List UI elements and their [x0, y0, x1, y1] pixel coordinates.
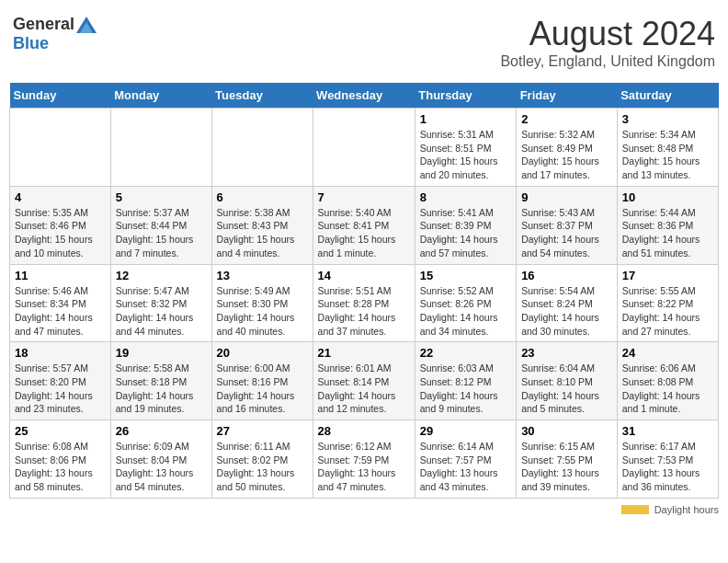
calendar-cell: 19Sunrise: 5:58 AM Sunset: 8:18 PM Dayli… — [110, 342, 211, 420]
calendar-cell: 13Sunrise: 5:49 AM Sunset: 8:30 PM Dayli… — [211, 264, 313, 342]
logo-general-text: General — [13, 15, 74, 34]
day-number: 10 — [622, 190, 713, 204]
calendar-cell: 6Sunrise: 5:38 AM Sunset: 8:43 PM Daylig… — [211, 186, 313, 264]
calendar-cell: 21Sunrise: 6:01 AM Sunset: 8:14 PM Dayli… — [313, 342, 415, 420]
calendar-cell: 5Sunrise: 5:37 AM Sunset: 8:44 PM Daylig… — [110, 186, 211, 264]
weekday-header-monday: Monday — [110, 83, 211, 109]
legend-bar — [621, 505, 649, 514]
weekday-header-friday: Friday — [517, 83, 618, 109]
day-info: Sunrise: 6:12 AM Sunset: 7:59 PM Dayligh… — [318, 440, 410, 494]
day-info: Sunrise: 5:54 AM Sunset: 8:24 PM Dayligh… — [521, 284, 612, 339]
calendar-table: SundayMondayTuesdayWednesdayThursdayFrid… — [9, 83, 719, 499]
calendar-cell: 2Sunrise: 5:32 AM Sunset: 8:49 PM Daylig… — [517, 109, 618, 187]
week-row-1: 1Sunrise: 5:31 AM Sunset: 8:51 PM Daylig… — [10, 109, 719, 187]
calendar-subtitle: Botley, England, United Kingdom — [500, 53, 715, 70]
week-row-5: 25Sunrise: 6:08 AM Sunset: 8:06 PM Dayli… — [10, 420, 719, 499]
day-number: 2 — [521, 112, 612, 126]
day-number: 15 — [420, 269, 511, 282]
week-row-2: 4Sunrise: 5:35 AM Sunset: 8:46 PM Daylig… — [10, 186, 719, 264]
day-info: Sunrise: 6:06 AM Sunset: 8:08 PM Dayligh… — [622, 362, 713, 416]
day-info: Sunrise: 5:41 AM Sunset: 8:39 PM Dayligh… — [420, 206, 511, 260]
day-number: 18 — [15, 346, 106, 360]
daylight-label: Daylight hours — [654, 504, 719, 515]
day-number: 25 — [15, 424, 106, 438]
calendar-cell: 11Sunrise: 5:46 AM Sunset: 8:34 PM Dayli… — [10, 264, 111, 342]
day-number: 16 — [521, 269, 612, 282]
calendar-cell: 7Sunrise: 5:40 AM Sunset: 8:41 PM Daylig… — [313, 186, 415, 264]
calendar-cell: 26Sunrise: 6:09 AM Sunset: 8:04 PM Dayli… — [110, 420, 211, 499]
day-number: 30 — [521, 424, 612, 438]
weekday-header-sunday: Sunday — [10, 83, 111, 109]
day-info: Sunrise: 6:17 AM Sunset: 7:53 PM Dayligh… — [622, 440, 713, 494]
weekday-header-thursday: Thursday — [415, 83, 516, 109]
calendar-cell: 24Sunrise: 6:06 AM Sunset: 8:08 PM Dayli… — [617, 342, 718, 420]
day-number: 17 — [622, 269, 713, 282]
day-info: Sunrise: 6:04 AM Sunset: 8:10 PM Dayligh… — [521, 362, 612, 416]
day-number: 7 — [318, 190, 410, 204]
day-number: 13 — [217, 269, 308, 282]
day-info: Sunrise: 5:32 AM Sunset: 8:49 PM Dayligh… — [521, 128, 612, 182]
day-number: 19 — [116, 346, 207, 360]
calendar-cell: 14Sunrise: 5:51 AM Sunset: 8:28 PM Dayli… — [313, 264, 415, 342]
day-info: Sunrise: 5:44 AM Sunset: 8:36 PM Dayligh… — [622, 206, 713, 260]
calendar-cell: 10Sunrise: 5:44 AM Sunset: 8:36 PM Dayli… — [617, 186, 718, 264]
calendar-cell: 12Sunrise: 5:47 AM Sunset: 8:32 PM Dayli… — [110, 264, 211, 342]
day-info: Sunrise: 5:38 AM Sunset: 8:43 PM Dayligh… — [217, 206, 308, 260]
day-number: 4 — [15, 190, 106, 204]
day-number: 3 — [622, 112, 713, 126]
calendar-cell: 3Sunrise: 5:34 AM Sunset: 8:48 PM Daylig… — [617, 109, 718, 187]
calendar-cell: 22Sunrise: 6:03 AM Sunset: 8:12 PM Dayli… — [415, 342, 516, 420]
day-number: 22 — [420, 346, 511, 360]
day-info: Sunrise: 6:14 AM Sunset: 7:57 PM Dayligh… — [420, 440, 511, 494]
day-number: 21 — [318, 346, 410, 360]
day-info: Sunrise: 5:35 AM Sunset: 8:46 PM Dayligh… — [15, 206, 106, 260]
week-row-3: 11Sunrise: 5:46 AM Sunset: 8:34 PM Dayli… — [10, 264, 719, 342]
day-info: Sunrise: 5:57 AM Sunset: 8:20 PM Dayligh… — [15, 362, 106, 416]
day-info: Sunrise: 6:01 AM Sunset: 8:14 PM Dayligh… — [318, 362, 410, 416]
calendar-cell: 30Sunrise: 6:15 AM Sunset: 7:55 PM Dayli… — [517, 420, 618, 499]
day-number: 12 — [116, 269, 207, 282]
day-info: Sunrise: 5:34 AM Sunset: 8:48 PM Dayligh… — [622, 128, 713, 182]
day-info: Sunrise: 5:46 AM Sunset: 8:34 PM Dayligh… — [15, 284, 106, 339]
logo-icon — [76, 17, 97, 33]
day-info: Sunrise: 6:03 AM Sunset: 8:12 PM Dayligh… — [420, 362, 511, 416]
day-info: Sunrise: 5:58 AM Sunset: 8:18 PM Dayligh… — [116, 362, 207, 416]
day-number: 14 — [318, 269, 410, 282]
day-info: Sunrise: 6:08 AM Sunset: 8:06 PM Dayligh… — [15, 440, 106, 494]
day-info: Sunrise: 6:09 AM Sunset: 8:04 PM Dayligh… — [116, 440, 207, 494]
day-info: Sunrise: 6:00 AM Sunset: 8:16 PM Dayligh… — [217, 362, 308, 416]
calendar-cell: 31Sunrise: 6:17 AM Sunset: 7:53 PM Dayli… — [617, 420, 718, 499]
calendar-cell: 28Sunrise: 6:12 AM Sunset: 7:59 PM Dayli… — [313, 420, 415, 499]
calendar-cell — [110, 109, 211, 187]
day-info: Sunrise: 5:37 AM Sunset: 8:44 PM Dayligh… — [116, 206, 207, 260]
day-info: Sunrise: 5:55 AM Sunset: 8:22 PM Dayligh… — [622, 284, 713, 339]
calendar-cell: 27Sunrise: 6:11 AM Sunset: 8:02 PM Dayli… — [211, 420, 313, 499]
calendar-cell: 29Sunrise: 6:14 AM Sunset: 7:57 PM Dayli… — [415, 420, 516, 499]
calendar-cell: 15Sunrise: 5:52 AM Sunset: 8:26 PM Dayli… — [415, 264, 516, 342]
day-number: 8 — [420, 190, 511, 204]
title-area: August 2024 Botley, England, United King… — [500, 15, 715, 70]
day-number: 1 — [420, 112, 511, 126]
day-info: Sunrise: 5:47 AM Sunset: 8:32 PM Dayligh… — [116, 284, 207, 339]
day-number: 26 — [116, 424, 207, 438]
day-number: 20 — [217, 346, 308, 360]
week-row-4: 18Sunrise: 5:57 AM Sunset: 8:20 PM Dayli… — [10, 342, 719, 420]
daylight-legend: Daylight hours — [621, 504, 719, 515]
header: General Blue August 2024 Botley, England… — [9, 9, 719, 75]
day-number: 27 — [217, 424, 308, 438]
calendar-cell: 25Sunrise: 6:08 AM Sunset: 8:06 PM Dayli… — [10, 420, 111, 499]
day-info: Sunrise: 5:51 AM Sunset: 8:28 PM Dayligh… — [318, 284, 410, 339]
day-number: 28 — [318, 424, 410, 438]
day-info: Sunrise: 5:49 AM Sunset: 8:30 PM Dayligh… — [217, 284, 308, 339]
calendar-cell: 20Sunrise: 6:00 AM Sunset: 8:16 PM Dayli… — [211, 342, 313, 420]
day-number: 5 — [116, 190, 207, 204]
calendar-title: August 2024 — [500, 15, 715, 53]
day-number: 24 — [622, 346, 713, 360]
calendar-cell: 9Sunrise: 5:43 AM Sunset: 8:37 PM Daylig… — [517, 186, 618, 264]
calendar-cell: 4Sunrise: 5:35 AM Sunset: 8:46 PM Daylig… — [10, 186, 111, 264]
day-number: 31 — [622, 424, 713, 438]
calendar-cell: 17Sunrise: 5:55 AM Sunset: 8:22 PM Dayli… — [617, 264, 718, 342]
weekday-header-tuesday: Tuesday — [211, 83, 313, 109]
calendar-cell — [211, 109, 313, 187]
weekday-header-saturday: Saturday — [617, 83, 718, 109]
